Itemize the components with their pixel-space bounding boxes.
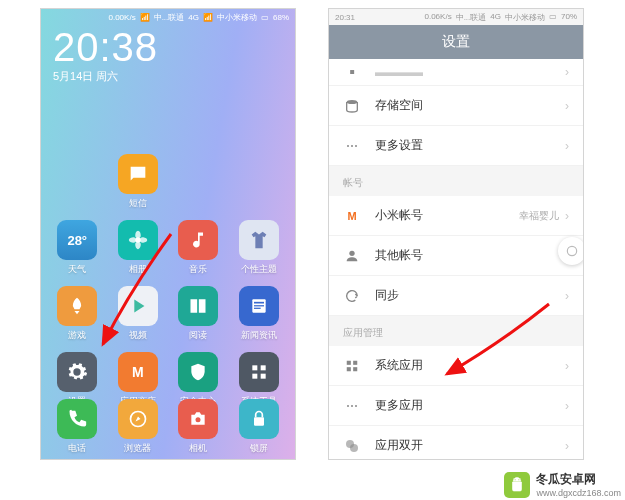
app-games[interactable]: 游戏 xyxy=(49,286,106,342)
person-icon xyxy=(343,247,361,265)
more-icon xyxy=(343,137,361,155)
svg-point-19 xyxy=(350,444,358,452)
app-gallery[interactable]: 相册 xyxy=(110,220,167,276)
net-type: 4G xyxy=(490,12,501,23)
svg-rect-4 xyxy=(254,308,261,309)
actionbar-title: 设置 xyxy=(329,25,583,59)
gear-icon xyxy=(66,361,88,383)
row-sync[interactable]: 同步 › xyxy=(329,276,583,316)
shirt-icon xyxy=(248,229,270,251)
clock-time: 20:38 xyxy=(53,27,283,67)
chevron-right-icon: › xyxy=(565,359,569,373)
circle-icon xyxy=(565,244,579,258)
news-icon xyxy=(249,296,269,316)
net-speed: 0.06K/s xyxy=(425,12,452,23)
note-icon xyxy=(188,230,208,250)
svg-point-22 xyxy=(567,246,576,255)
dock: 电话 浏览器 相机 锁屏 xyxy=(41,393,295,459)
clock-widget[interactable]: 20:38 5月14日 周六 xyxy=(41,23,295,84)
battery-pct: 68% xyxy=(273,13,289,22)
weather-temp: 28° xyxy=(57,220,97,260)
row-hidden-top[interactable]: ▪ ▬▬▬▬ › xyxy=(329,59,583,86)
more-icon xyxy=(343,397,361,415)
flower-icon xyxy=(127,229,149,251)
generic-icon: ▪ xyxy=(343,63,361,81)
row-system-apps[interactable]: 系统应用 › xyxy=(329,346,583,386)
row-storage[interactable]: 存储空间 › xyxy=(329,86,583,126)
phone-icon xyxy=(67,409,87,429)
sync-icon xyxy=(343,287,361,305)
svg-point-13 xyxy=(349,250,354,255)
svg-point-10 xyxy=(196,417,201,422)
statusbar: 0.00K/s 📶 中...联通 4G 📶 中小米移动 ▭ 68% xyxy=(41,9,295,23)
compass-icon xyxy=(128,409,148,429)
signal-icon: 📶 xyxy=(203,13,213,22)
status-time: 20:31 xyxy=(335,13,355,22)
section-account: 帐号 xyxy=(329,166,583,196)
settings-phone: 20:31 0.06K/s 中...联通 4G 中小米移动 ▭ 70% 设置 ▪… xyxy=(328,8,584,460)
carrier1: 中...联通 xyxy=(154,12,185,23)
svg-rect-2 xyxy=(254,302,264,304)
svg-rect-5 xyxy=(252,365,257,370)
home-screen-phone: 0.00K/s 📶 中...联通 4G 📶 中小米移动 ▭ 68% 20:38 … xyxy=(40,8,296,460)
floating-shortcut-button[interactable] xyxy=(558,237,584,265)
mi-account-value: 幸福婴儿 xyxy=(519,209,559,223)
chevron-right-icon: › xyxy=(565,399,569,413)
settings-list[interactable]: ▪ ▬▬▬▬ › 存储空间 › 更多设置 › xyxy=(329,59,583,166)
dual-icon xyxy=(343,437,361,455)
play-icon xyxy=(127,295,149,317)
svg-rect-11 xyxy=(254,417,264,425)
chevron-right-icon: › xyxy=(565,139,569,153)
dock-camera[interactable]: 相机 xyxy=(170,399,227,455)
carrier2: 中小米移动 xyxy=(217,12,257,23)
app-weather[interactable]: 28° 天气 xyxy=(49,220,106,276)
svg-rect-8 xyxy=(260,374,265,379)
svg-rect-15 xyxy=(353,360,357,364)
section-apps: 应用管理 xyxy=(329,316,583,346)
mi-icon: M xyxy=(343,207,361,225)
chevron-right-icon: › xyxy=(565,209,569,223)
dock-browser[interactable]: 浏览器 xyxy=(110,399,167,455)
app-music[interactable]: 音乐 xyxy=(170,220,227,276)
clock-date: 5月14日 周六 xyxy=(53,69,283,84)
chevron-right-icon: › xyxy=(565,99,569,113)
book-icon xyxy=(188,296,208,316)
lock-icon xyxy=(249,409,269,429)
svg-rect-14 xyxy=(347,360,351,364)
wifi-icon: 📶 xyxy=(140,13,150,22)
battery-pct: 70% xyxy=(561,12,577,23)
net-speed: 0.00K/s xyxy=(109,13,136,22)
chevron-right-icon: › xyxy=(565,65,569,79)
row-more-apps[interactable]: 更多应用 › xyxy=(329,386,583,426)
watermark-url: www.dgxcdz168.com xyxy=(536,488,621,498)
chat-icon xyxy=(127,163,149,185)
row-other-account[interactable]: 其他帐号 › xyxy=(329,236,583,276)
svg-rect-16 xyxy=(347,367,351,371)
carrier2: 中小米移动 xyxy=(505,12,545,23)
chevron-right-icon: › xyxy=(565,289,569,303)
rocket-icon xyxy=(67,296,87,316)
camera-icon xyxy=(188,409,208,429)
statusbar: 20:31 0.06K/s 中...联通 4G 中小米移动 ▭ 70% xyxy=(329,9,583,25)
battery-icon: ▭ xyxy=(549,12,557,23)
svg-point-24 xyxy=(519,479,520,480)
app-sms[interactable]: 短信 xyxy=(110,154,167,210)
svg-rect-6 xyxy=(260,365,265,370)
app-themes[interactable]: 个性主题 xyxy=(231,220,288,276)
chevron-right-icon: › xyxy=(565,439,569,453)
wallpaper: 0.00K/s 📶 中...联通 4G 📶 中小米移动 ▭ 68% 20:38 … xyxy=(41,9,295,459)
app-video[interactable]: 视频 xyxy=(110,286,167,342)
dock-phone[interactable]: 电话 xyxy=(49,399,106,455)
svg-rect-3 xyxy=(254,305,264,306)
grid-icon xyxy=(249,362,269,382)
svg-rect-7 xyxy=(252,374,257,379)
row-mi-account[interactable]: M 小米帐号 幸福婴儿 › xyxy=(329,196,583,236)
row-dual-apps[interactable]: 应用双开 › xyxy=(329,426,583,460)
app-reader[interactable]: 阅读 xyxy=(170,286,227,342)
dock-lock[interactable]: 锁屏 xyxy=(231,399,288,455)
row-more-settings[interactable]: 更多设置 › xyxy=(329,126,583,166)
apps-icon xyxy=(343,357,361,375)
app-news[interactable]: 新闻资讯 xyxy=(231,286,288,342)
net-type: 4G xyxy=(188,13,199,22)
carrier1: 中...联通 xyxy=(456,12,487,23)
